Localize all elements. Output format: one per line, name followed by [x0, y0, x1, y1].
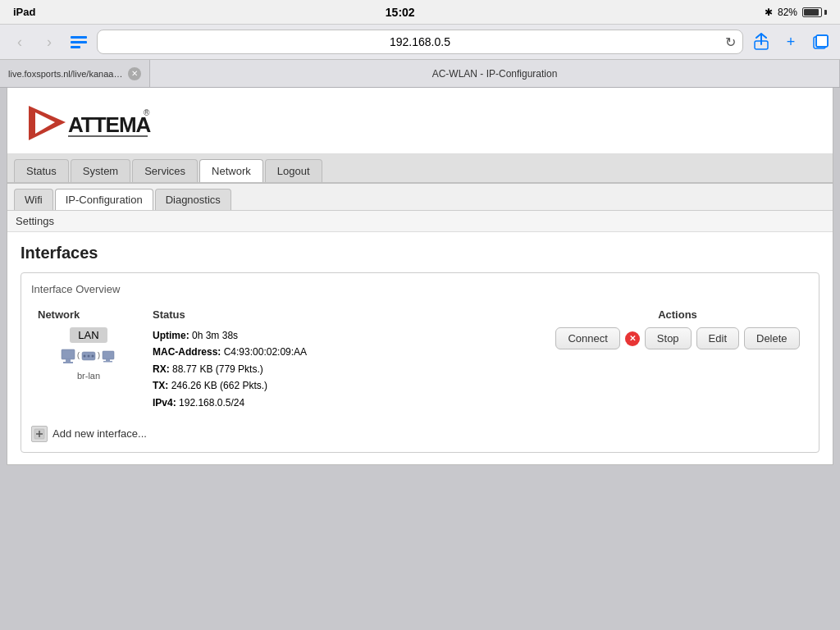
col-status: Status	[146, 305, 546, 324]
svg-point-19	[92, 355, 94, 358]
interface-overview-box: Interface Overview Network Status Action…	[21, 272, 819, 453]
interface-box-title: Interface Overview	[31, 283, 809, 295]
add-interface-row: Add new interface...	[31, 426, 809, 442]
svg-point-17	[84, 355, 86, 358]
col-actions: Actions	[546, 305, 809, 324]
bluetooth-icon: ✱	[765, 7, 773, 18]
battery-icon	[802, 7, 827, 17]
sub-tab-diagnostics[interactable]: Diagnostics	[155, 189, 231, 210]
svg-point-18	[88, 355, 90, 358]
nav-tab-system[interactable]: System	[71, 159, 130, 182]
logo-area: ATTEMA ®	[7, 88, 833, 154]
ipv4-value: 192.168.0.5/24	[179, 397, 244, 409]
svg-rect-12	[62, 349, 75, 359]
delete-button[interactable]: Delete	[744, 327, 800, 349]
network-icons-svg: ( )	[60, 346, 117, 369]
sub-nav-tabs: Wifi IP-Configuration Diagnostics	[7, 184, 833, 211]
reload-button[interactable]: ↻	[725, 34, 736, 50]
table-row: LAN (	[31, 324, 809, 414]
svg-text:(: (	[77, 351, 80, 359]
page-content: Interfaces Interface Overview Network St…	[7, 232, 833, 464]
rx-value: 88.77 KB (779 Pkts.)	[172, 363, 263, 375]
mac-value: C4:93:00:02:09:AA	[224, 346, 307, 358]
status-indicators: ✱ 82%	[765, 7, 827, 18]
interfaces-table: Network Status Actions LAN	[31, 305, 809, 414]
svg-rect-22	[106, 359, 110, 361]
network-cell: LAN (	[31, 324, 146, 414]
uptime-label: Uptime:	[153, 330, 192, 341]
browser-chrome: ‹ › 192.168.0.5 ↻ +	[0, 25, 840, 60]
svg-rect-23	[103, 361, 112, 363]
nav-tab-status[interactable]: Status	[14, 159, 69, 182]
svg-rect-2	[71, 46, 80, 48]
time-display: 15:02	[386, 6, 415, 19]
forward-button[interactable]: ›	[38, 30, 61, 53]
attema-logo-svg: ATTEMA ®	[21, 98, 152, 147]
settings-bar: Settings	[7, 211, 833, 232]
main-nav-tabs: Status System Services Network Logout	[7, 154, 833, 184]
stop-button[interactable]: Stop	[645, 327, 692, 349]
stop-icon[interactable]	[625, 331, 640, 346]
tab-acwlan-label: AC-WLAN - IP-Configuration	[432, 68, 558, 80]
tabs-button[interactable]	[809, 30, 832, 53]
browser-actions: +	[750, 30, 832, 53]
connect-button[interactable]: Connect	[555, 327, 619, 349]
url-text: 192.168.0.5	[390, 35, 450, 48]
status-info: Uptime: 0h 3m 38s MAC-Address: C4:93:00:…	[153, 327, 540, 411]
sub-tab-ip-config[interactable]: IP-Configuration	[55, 189, 153, 210]
tab-foxsports[interactable]: live.foxsports.nl/live/kanaal/3/ ✕	[0, 60, 150, 87]
svg-rect-14	[63, 362, 73, 363]
bookmarks-button[interactable]	[67, 30, 90, 53]
svg-rect-21	[103, 351, 114, 359]
add-tab-button[interactable]: +	[779, 30, 802, 53]
tab-foxsports-label: live.foxsports.nl/live/kanaal/3/	[8, 69, 123, 79]
status-bar: iPad 15:02 ✱ 82%	[0, 0, 840, 25]
back-button[interactable]: ‹	[8, 30, 31, 53]
br-lan-label: br-lan	[38, 371, 139, 381]
device-label: iPad	[13, 6, 35, 18]
svg-text:): )	[98, 351, 100, 359]
address-bar[interactable]: 192.168.0.5 ↻	[97, 30, 743, 54]
col-network: Network	[31, 305, 146, 324]
tx-label: TX:	[153, 380, 171, 391]
svg-rect-1	[71, 41, 87, 43]
svg-text:ATTEMA: ATTEMA	[68, 112, 152, 137]
attema-logo: ATTEMA ®	[21, 98, 819, 147]
svg-rect-0	[71, 36, 87, 39]
status-cell: Uptime: 0h 3m 38s MAC-Address: C4:93:00:…	[146, 324, 546, 414]
lan-label: LAN	[70, 327, 107, 343]
action-buttons: Connect Stop Edit Delete	[553, 327, 802, 349]
edit-button[interactable]: Edit	[696, 327, 739, 349]
lan-icons: ( )	[38, 346, 139, 371]
ipv4-label: IPv4:	[153, 397, 179, 409]
svg-rect-13	[66, 359, 71, 362]
rx-label: RX:	[153, 363, 172, 375]
battery-percent: 82%	[778, 7, 797, 18]
uptime-value: 0h 3m 38s	[192, 330, 238, 341]
page-wrapper: ATTEMA ® Status System Services Network …	[7, 88, 833, 465]
sub-tab-wifi[interactable]: Wifi	[14, 189, 53, 210]
settings-label: Settings	[16, 215, 54, 227]
share-button[interactable]	[750, 30, 773, 53]
add-interface-button[interactable]: Add new interface...	[31, 426, 147, 442]
mac-label: MAC-Address:	[153, 346, 224, 358]
nav-tab-network[interactable]: Network	[199, 159, 263, 182]
tab-bar: live.foxsports.nl/live/kanaal/3/ ✕ AC-WL…	[0, 60, 840, 88]
nav-tab-services[interactable]: Services	[132, 159, 198, 182]
tab-close-foxsports[interactable]: ✕	[128, 67, 141, 80]
tx-value: 246.26 KB (662 Pkts.)	[171, 380, 267, 391]
actions-cell: Connect Stop Edit Delete	[546, 324, 809, 414]
nav-tab-logout[interactable]: Logout	[265, 159, 322, 182]
svg-text:®: ®	[144, 108, 150, 117]
page-title: Interfaces	[21, 244, 819, 262]
add-interface-icon	[31, 426, 48, 442]
add-interface-label: Add new interface...	[52, 427, 147, 440]
svg-rect-5	[816, 35, 828, 47]
